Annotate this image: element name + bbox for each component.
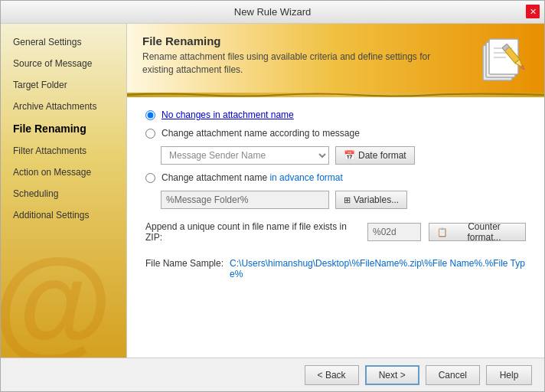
header-icon: [475, 31, 529, 85]
sidebar-item-general-settings[interactable]: General Settings: [1, 31, 126, 53]
radio-no-changes-label[interactable]: No changes in attachment name: [162, 109, 294, 120]
help-button[interactable]: Help: [486, 365, 532, 385]
content-header-desc: Rename attachment files using available …: [142, 51, 464, 77]
content-header: File Renaming Rename attachment files us…: [127, 24, 544, 93]
close-button[interactable]: ✕: [526, 5, 540, 18]
radio-by-message-label[interactable]: Change attachment name according to mess…: [162, 128, 360, 139]
sidebar-item-additional-settings[interactable]: Additional Settings: [1, 204, 126, 226]
main-content: General Settings Source of Message Targe…: [1, 24, 544, 358]
title-bar: New Rule Wizard ✕: [1, 1, 544, 24]
radio-advance-row: Change attachment name in advance format: [145, 172, 526, 183]
radio-no-changes-row: No changes in attachment name: [145, 109, 526, 120]
back-button[interactable]: < Back: [305, 365, 359, 385]
append-row: Append a unique count in file name if fi…: [145, 221, 526, 243]
counter-format-button[interactable]: 📋 Counter format...: [429, 223, 526, 241]
by-message-options-row: Message Sender Name 📅 Date format: [161, 146, 526, 165]
next-button[interactable]: Next >: [365, 365, 419, 385]
radio-advance-label[interactable]: Change attachment name in advance format: [162, 172, 343, 183]
content-header-title: File Renaming: [142, 34, 529, 47]
content-body: No changes in attachment name Change att…: [127, 97, 544, 358]
sidebar-item-file-renaming[interactable]: File Renaming: [1, 117, 126, 140]
file-sample-value: C:\Users\himanshug\Desktop\%FileName%.zi…: [230, 258, 526, 279]
sidebar-item-archive-attachments[interactable]: Archive Attachments: [1, 96, 126, 117]
message-sender-dropdown[interactable]: Message Sender Name: [161, 146, 329, 165]
sidebar-item-action-on-message[interactable]: Action on Message: [1, 162, 126, 183]
variables-button[interactable]: ⊞ Variables...: [335, 191, 407, 209]
radio-by-message-row: Change attachment name according to mess…: [145, 128, 526, 139]
window-title: New Rule Wizard: [234, 6, 311, 18]
counter-icon: 📋: [437, 227, 448, 237]
cancel-button[interactable]: Cancel: [426, 365, 480, 385]
file-sample-label: File Name Sample:: [145, 258, 224, 269]
sidebar-item-target-folder[interactable]: Target Folder: [1, 74, 126, 96]
counter-input[interactable]: [367, 223, 421, 241]
footer: < Back Next > Cancel Help: [1, 358, 544, 391]
append-label: Append a unique count in file name if fi…: [145, 221, 360, 243]
sidebar-item-source-of-message[interactable]: Source of Message: [1, 53, 126, 74]
file-sample-row: File Name Sample: C:\Users\himanshug\Des…: [145, 258, 526, 279]
variables-icon: ⊞: [344, 195, 351, 205]
radio-advance-format[interactable]: [145, 173, 155, 183]
radio-no-changes[interactable]: [145, 110, 155, 120]
advance-format-row: ⊞ Variables...: [161, 191, 526, 209]
sidebar-item-filter-attachments[interactable]: Filter Attachments: [1, 140, 126, 162]
date-format-button[interactable]: 📅 Date format: [335, 146, 415, 165]
sidebar-item-scheduling[interactable]: Scheduling: [1, 183, 126, 204]
advance-format-input[interactable]: [161, 191, 329, 209]
content-area: File Renaming Rename attachment files us…: [127, 24, 544, 358]
wave-divider: [127, 93, 544, 97]
sidebar: General Settings Source of Message Targe…: [1, 24, 127, 358]
calendar-icon: 📅: [344, 150, 355, 161]
radio-by-message[interactable]: [145, 129, 155, 139]
window: New Rule Wizard ✕ General Settings Sourc…: [0, 0, 545, 392]
